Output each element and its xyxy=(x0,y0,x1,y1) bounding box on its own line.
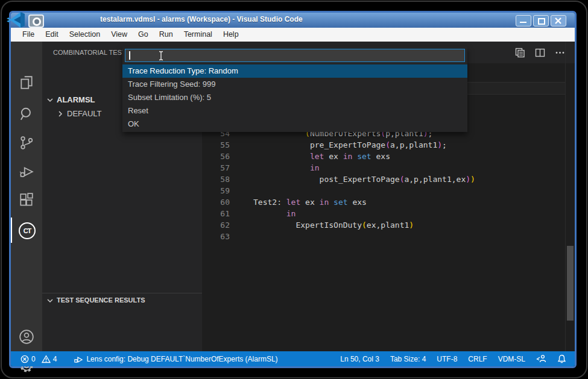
line-number: 61 xyxy=(202,208,230,219)
notifications-bell-icon[interactable] xyxy=(557,354,566,363)
close-button[interactable] xyxy=(551,15,566,27)
code-line[interactable]: 62 ExpertIsOnDuty(ex,plant1) xyxy=(202,219,565,231)
code-text: post_ExpertToPage(a,p,plant1,ex)) xyxy=(253,174,475,185)
tree-item-label: ALARMSL xyxy=(57,93,95,107)
explorer-icon[interactable] xyxy=(19,75,34,90)
active-view-indicator xyxy=(11,218,12,243)
quick-input-item-ok[interactable]: OK xyxy=(122,117,467,131)
test-sequence-results-header[interactable]: TEST SEQUENCE RESULTS xyxy=(42,293,202,307)
code-line[interactable]: 61 in xyxy=(202,208,565,219)
quick-input-box[interactable] xyxy=(125,49,465,62)
code-text: in xyxy=(253,208,296,219)
account-icon[interactable] xyxy=(19,329,34,345)
line-number: 58 xyxy=(202,174,230,185)
code-text: ExpertIsOnDuty(ex,plant1) xyxy=(253,219,414,231)
extensions-icon[interactable] xyxy=(19,193,34,208)
line-number: 55 xyxy=(202,139,230,151)
app-icon xyxy=(28,14,44,28)
lens-config-item[interactable]: Lens config: Debug DEFAULT`NumberOfExper… xyxy=(74,355,277,363)
minimize-button[interactable] xyxy=(516,15,531,27)
feedback-icon[interactable] xyxy=(536,354,546,363)
run-debug-icon[interactable] xyxy=(19,164,34,180)
warning-icon xyxy=(42,355,51,363)
line-number: 56 xyxy=(202,151,230,162)
menu-bar: File Edit Selection View Go Run Terminal… xyxy=(11,28,575,42)
code-line[interactable]: 59 xyxy=(202,185,565,196)
code-line[interactable]: 60Test2: let ex in set exs xyxy=(202,196,565,208)
open-changes-icon[interactable] xyxy=(515,48,525,58)
encoding[interactable]: UTF-8 xyxy=(437,355,457,363)
combinatorial-testing-icon[interactable]: CT xyxy=(19,222,36,239)
editor-scrollbar[interactable] xyxy=(565,42,574,351)
menu-file[interactable]: File xyxy=(17,28,40,42)
line-number: 63 xyxy=(202,231,230,242)
source-control-icon[interactable] xyxy=(19,135,34,151)
search-icon[interactable] xyxy=(19,106,34,122)
debug-lens-icon xyxy=(74,355,83,363)
status-bar: 0 4 Lens config: Debug DEFAULT`NumberOfE… xyxy=(11,351,575,366)
scrollbar-handle[interactable] xyxy=(567,246,574,321)
cursor-position[interactable]: Ln 50, Col 3 xyxy=(340,355,379,363)
code-line[interactable]: 63 xyxy=(202,231,565,242)
error-icon xyxy=(21,355,29,363)
code-text: pre_ExpertToPage(a,p,plant1); xyxy=(253,139,447,151)
menu-help[interactable]: Help xyxy=(218,28,244,42)
ibeam-mouse-cursor xyxy=(157,51,165,61)
chevron-right-icon xyxy=(57,110,64,117)
menu-go[interactable]: Go xyxy=(133,28,154,42)
quick-input-widget: Trace Reduction Type: Random Trace Filte… xyxy=(122,46,467,132)
menu-view[interactable]: View xyxy=(106,28,133,42)
close-icon xyxy=(554,17,562,25)
code-text: Test2: let ex in set exs xyxy=(253,196,367,208)
minimize-icon xyxy=(520,22,526,23)
menu-terminal[interactable]: Terminal xyxy=(179,28,218,42)
code-text: let ex in set exs xyxy=(253,151,390,162)
title-bar[interactable]: testalarm.vdmsl - alarms (Workspace) - V… xyxy=(11,13,575,28)
line-number: 59 xyxy=(202,185,230,196)
code-line[interactable]: 56 let ex in set exs xyxy=(202,151,565,162)
code-line[interactable]: 58 post_ExpertToPage(a,p,plant1,ex)) xyxy=(202,174,565,185)
line-number: 60 xyxy=(202,196,230,208)
maximize-icon xyxy=(538,18,545,25)
code-line[interactable]: 55 pre_ExpertToPage(a,p,plant1); xyxy=(202,139,565,151)
error-count: 0 xyxy=(31,355,36,363)
quick-input-item-reset[interactable]: Reset xyxy=(122,104,467,117)
quick-input-item-trace-reduction[interactable]: Trace Reduction Type: Random xyxy=(122,64,467,78)
warning-count: 4 xyxy=(53,355,57,363)
code-text: in xyxy=(253,162,320,174)
language-mode[interactable]: VDM-SL xyxy=(498,355,525,363)
code-line[interactable]: 57 in xyxy=(202,162,565,174)
problems-indicator[interactable]: 0 4 xyxy=(21,355,57,363)
vscode-window: testalarm.vdmsl - alarms (Workspace) - V… xyxy=(9,11,577,368)
more-actions-icon[interactable] xyxy=(555,48,565,58)
maximize-button[interactable] xyxy=(533,15,549,27)
text-caret xyxy=(129,51,130,60)
line-number: 57 xyxy=(202,162,230,174)
quick-input-item-trace-filtering-seed[interactable]: Trace Filtering Seed: 999 xyxy=(122,78,467,91)
quick-input-item-subset-limitation[interactable]: Subset Limitation (%): 5 xyxy=(122,91,467,104)
tree-item-label: DEFAULT xyxy=(67,107,102,121)
desktop-background: testalarm.vdmsl - alarms (Workspace) - V… xyxy=(0,0,588,379)
vscode-logo-icon xyxy=(6,11,27,29)
results-header-label: TEST SEQUENCE RESULTS xyxy=(57,293,145,307)
menu-edit[interactable]: Edit xyxy=(40,28,64,42)
lens-config-label: Lens config: Debug DEFAULT`NumberOfExper… xyxy=(86,355,277,363)
eol-sequence[interactable]: CRLF xyxy=(468,355,487,363)
window-title: testalarm.vdmsl - alarms (Workspace) - V… xyxy=(100,15,303,23)
tab-size[interactable]: Tab Size: 4 xyxy=(390,355,426,363)
menu-run[interactable]: Run xyxy=(154,28,179,42)
menu-selection[interactable]: Selection xyxy=(64,28,106,42)
chevron-down-icon xyxy=(46,96,54,104)
quick-input-list: Trace Reduction Type: Random Trace Filte… xyxy=(122,64,467,132)
code-lines[interactable]: 54 (NumberOfExperts(p,plant1);55 pre_Exp… xyxy=(202,128,565,242)
line-number: 62 xyxy=(202,219,230,231)
activity-bar: CT xyxy=(11,42,42,351)
chevron-down-icon xyxy=(46,297,54,304)
split-editor-icon[interactable] xyxy=(535,48,545,58)
